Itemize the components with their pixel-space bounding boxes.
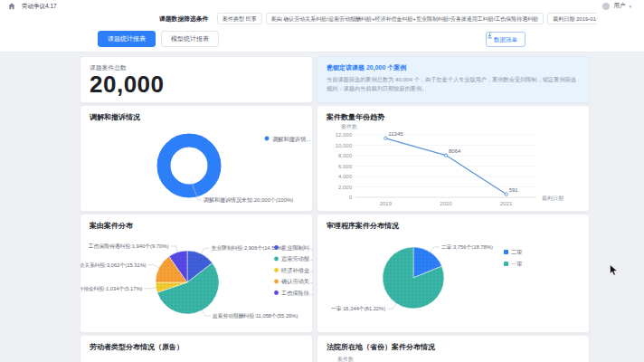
legend-marker[interactable] (504, 262, 508, 266)
court-province-card-title: 法院所在地（省份）案件分布情况 (327, 342, 435, 352)
filter-chip: 案件类型 民事 (217, 13, 262, 24)
worker-type-card: 劳动者类型分布情况（原告） (80, 335, 313, 362)
lock-notice-card: 已锁定该课题 20,000 个案例 当前课题筛选的案例总数为 40,004 个，… (317, 56, 590, 103)
filter-chip: 案由 确认劳动关系纠纷/追索劳动报酬纠纷+经济补偿金纠纷+竞业限制纠纷/劳务派遣… (266, 13, 545, 24)
mediation-withdrawal-card: 调解和撤诉情况 调解和撤诉情况未知:20,000个(100%)调解和撤诉情... (80, 105, 313, 212)
procedure-pie-chart: 二审:3,756个(18.78%)一审:16,244个(81.22%)二审一审 (317, 214, 589, 332)
legend-label[interactable]: 调解和撤诉情... (272, 136, 311, 143)
mouse-cursor (610, 264, 618, 276)
tab-inactive[interactable]: 模型统计报表 (161, 31, 219, 47)
y-tick-label: 4,000 (338, 174, 353, 179)
court-province-card: 法院所在地（省份）案件分布情况 案件数 (317, 335, 590, 362)
lock-notice-body: 当前课题筛选的案例总数为 40,004 个，由于您是个人专业版用户，案例数会受到… (327, 75, 578, 92)
report-toolbar: 课题统计报表模型统计报表 数据清单 (0, 25, 644, 52)
y-tick-label: 2,000 (338, 185, 353, 190)
pie-slice-label: 确认劳动关系纠纷:3,062个(15.31%) (80, 262, 147, 269)
legend-marker[interactable] (274, 280, 279, 284)
pie-slice-label: 一审:16,244个(81.22%) (331, 305, 385, 311)
pie-slice-label: 竞业限制纠纷:2,906个(14.53%) (212, 245, 284, 252)
filter-chip-list: 案件类型 民事案由 确认劳动关系纠纷/追索劳动报酬纠纷+经济补偿金纠纷+竞业限制… (217, 13, 597, 24)
y-axis-title: 案件数 (341, 123, 357, 129)
download-icon (487, 33, 493, 39)
legend-marker[interactable] (274, 245, 279, 250)
data-point[interactable] (384, 137, 387, 139)
y-tick-label: 12,000 (336, 132, 353, 138)
worker-type-card-title: 劳动者类型分布情况（原告） (90, 342, 184, 352)
user-label: 用户 (613, 2, 625, 10)
court-chart-ylabel: 案件数 (337, 356, 354, 362)
pie-slice-label: 经济补偿金纠纷:1,034个(5.17%) (80, 285, 143, 292)
x-tick-label: 2019 (380, 201, 393, 206)
pie-slice-label: 追索劳动报酬纠纷:11,058个(55.29%) (213, 312, 298, 319)
legend-marker[interactable] (274, 268, 279, 272)
line-chart: 案件数02,0004,0006,0008,00010,00012,0002019… (317, 106, 589, 211)
legend-marker[interactable] (274, 257, 279, 262)
avatar[interactable] (602, 3, 610, 10)
data-point[interactable] (505, 193, 507, 195)
home-icon[interactable] (8, 3, 15, 10)
lock-notice-title: 已锁定该课题 20,000 个案例 (327, 63, 406, 72)
legend-marker[interactable] (274, 291, 279, 295)
legend-label[interactable]: 经济补偿金... (280, 267, 313, 274)
pie-slice-label: 工伤保险待遇纠纷:1,940个(9.70%) (89, 243, 169, 250)
page-title: 劳动争议4.17 (22, 3, 57, 11)
lock-notice-title-text: 已锁定该课题 20,000 个案例 (327, 63, 406, 72)
point-value-label: 591 (509, 187, 519, 193)
legend-marker[interactable] (504, 250, 508, 254)
megaphone-icon (327, 63, 334, 71)
tab-active[interactable]: 课题统计报表 (98, 31, 156, 47)
title-row: 劳动争议4.17 用户 ▾ (0, 0, 644, 12)
x-tick-label: 2021 (500, 201, 513, 206)
user-menu[interactable]: 用户 ▾ (602, 2, 631, 10)
top-bar: 劳动争议4.17 用户 ▾ 课题数据筛选条件 案件类型 民事案由 确认劳动关系纠… (0, 0, 644, 26)
pie-slice-label: 二审:3,756个(18.78%) (441, 243, 493, 250)
point-value-label: 8064 (449, 148, 461, 154)
dashboard-screen: 劳动争议4.17 用户 ▾ 课题数据筛选条件 案件类型 民事案由 确认劳动关系纠… (0, 0, 644, 362)
x-tick-label: 2020 (440, 201, 452, 206)
legend-label[interactable]: 追索劳动报... (281, 255, 313, 262)
legend-label[interactable]: 一审 (511, 261, 522, 267)
chevron-down-icon: ▾ (629, 4, 631, 9)
donut-chart: 调解和撤诉情况未知:20,000个(100%)调解和撤诉情... (80, 106, 312, 211)
donut-callout: 调解和撤诉情况未知:20,000个(100%) (203, 196, 293, 204)
x-axis-title: 裁判日期 (542, 195, 564, 202)
filter-row: 课题数据筛选条件 案件类型 民事案由 确认劳动关系纠纷/追索劳动报酬纠纷+经济补… (0, 12, 644, 25)
report-tabs: 课题统计报表模型统计报表 (98, 31, 219, 47)
y-tick-label: 10,000 (336, 143, 353, 148)
export-button-label: 数据清单 (494, 33, 517, 46)
legend-label[interactable]: 竞业限制纠... (281, 244, 313, 252)
y-tick-label: 8,000 (338, 153, 353, 158)
data-point[interactable] (444, 154, 447, 157)
legend-label[interactable]: 工伤保险待... (280, 290, 313, 297)
cause-pie-chart: 竞业限制纠纷:2,906个(14.53%)追索劳动报酬纠纷:11,058个(55… (80, 214, 312, 332)
filter-chip: 裁判日期 2019-01-01 至 2021-04-17 (547, 13, 597, 24)
y-tick-label: 0 (349, 195, 353, 200)
yearly-trend-card: 案件数量年份趋势 案件数02,0004,0006,0008,00010,0001… (317, 105, 590, 212)
total-cases-card: 课题案件总数 20,000 (80, 56, 313, 103)
legend-label[interactable]: 确认劳动关... (281, 278, 313, 284)
legend-label[interactable]: 二审 (511, 249, 522, 255)
total-cases-value: 20,000 (90, 71, 165, 99)
export-data-button[interactable]: 数据清单 (486, 32, 526, 47)
cause-distribution-card: 案由案件分布 竞业限制纠纷:2,906个(14.53%)追索劳动报酬纠纷:11,… (80, 214, 313, 333)
y-tick-label: 6,000 (338, 164, 353, 169)
legend-marker[interactable] (265, 137, 270, 141)
procedure-distribution-card: 审理程序案件分布情况 二审:3,756个(18.78%)一审:16,244个(8… (317, 214, 590, 333)
point-value-label: 11345 (388, 131, 403, 137)
filter-section-label: 课题数据筛选条件 (159, 14, 208, 24)
